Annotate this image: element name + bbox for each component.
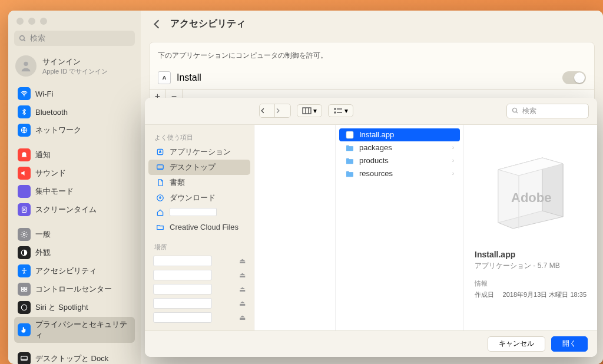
location-row[interactable]: ⏏ [145, 268, 254, 282]
locations-label: 場所 [145, 240, 254, 254]
settings-sidebar: 検索 サインイン Apple ID でサインイン Wi-FiBluetoothネ… [8, 11, 141, 364]
app-icon: A [158, 71, 171, 84]
sidebar-item-label: コントロールセンター [35, 284, 112, 294]
file-row[interactable]: products› [339, 154, 460, 167]
view-options-button[interactable]: ▾ [328, 104, 353, 117]
eject-icon[interactable]: ⏏ [239, 285, 246, 293]
picker-sidebar-item[interactable]: Creative Cloud Files [148, 220, 250, 234]
file-row[interactable]: Install.app [339, 128, 460, 141]
sidebar-item-label: プライバシーとセキュリティ [35, 319, 131, 340]
file-label: Install.app [359, 130, 394, 139]
panel-description: 下のアプリケーションにコンピュータの制御を許可。 [150, 46, 594, 67]
sidebar-item[interactable]: 外観 [14, 244, 135, 262]
cancel-button[interactable]: キャンセル [488, 336, 545, 352]
picker-sidebar-label: ダウンロード [170, 193, 216, 203]
sidebar-item[interactable]: Bluetooth [14, 103, 135, 121]
sidebar-item[interactable]: 集中モード [14, 183, 135, 200]
window-controls[interactable] [14, 15, 135, 31]
search-input[interactable]: 検索 [14, 31, 135, 46]
picker-search-placeholder: 検索 [522, 106, 536, 116]
bt-icon [18, 105, 31, 118]
sidebar-item-label: サウンド [35, 168, 66, 178]
sidebar-item-label: 集中モード [35, 186, 74, 197]
picker-sidebar-item[interactable]: デスクトップ [148, 160, 250, 175]
chevron-down-icon: ▾ [313, 107, 317, 115]
sidebar-item[interactable]: アクセシビリティ [14, 262, 135, 280]
sidebar-item-label: スクリーンタイム [35, 204, 97, 215]
app-icon [345, 130, 354, 140]
eject-icon[interactable]: ⏏ [239, 313, 246, 322]
account-row[interactable]: サインイン Apple ID でサインイン [14, 52, 135, 85]
view-columns-button[interactable]: ▾ [297, 104, 322, 117]
picker-toolbar: ▾ ▾ 検索 [145, 98, 597, 125]
picker-sidebar-item[interactable]: アプリケーション [148, 144, 250, 160]
avatar-icon [15, 55, 37, 77]
sidebar-item[interactable]: 一般 [14, 226, 135, 243]
eject-icon[interactable]: ⏏ [239, 257, 246, 265]
sidebar-item-label: 通知 [35, 150, 51, 160]
search-icon [19, 35, 26, 42]
eject-icon[interactable]: ⏏ [239, 299, 246, 307]
info-label: 情報 [475, 279, 587, 288]
open-button[interactable]: 開く [551, 336, 588, 352]
sidebar-item[interactable]: コントロールセンター [14, 280, 135, 298]
folder-icon [345, 143, 354, 153]
desk-icon [155, 163, 165, 172]
nav-forward-button[interactable] [275, 104, 290, 117]
sidebar-item[interactable]: 通知 [14, 146, 135, 164]
picker-column-2: Install.apppackages›products›resources› [336, 125, 464, 330]
picker-sidebar-item[interactable] [148, 206, 250, 220]
svg-rect-11 [21, 290, 24, 292]
picker-sidebar-item[interactable]: 書類 [148, 175, 250, 190]
account-sub: Apple ID でサインイン [42, 67, 108, 76]
sidebar-item[interactable]: デスクトップと Dock [14, 350, 135, 364]
dock-icon [18, 352, 31, 364]
dl-icon [155, 193, 165, 203]
sidebar-item[interactable]: ネットワーク [14, 121, 135, 139]
permission-toggle[interactable] [562, 71, 586, 84]
file-row[interactable]: packages› [339, 141, 460, 154]
chevron-right-icon: › [452, 170, 454, 177]
globe-icon [18, 124, 31, 137]
back-button[interactable] [151, 19, 162, 29]
sidebar-item[interactable]: スクリーンタイム [14, 201, 135, 219]
page-title: アクセシビリティ [170, 18, 246, 30]
svg-rect-10 [25, 287, 27, 289]
picker-sidebar-label: アプリケーション [170, 147, 231, 157]
preview-filename: Install.app [475, 250, 587, 259]
svg-rect-9 [21, 287, 24, 289]
picker-column-1[interactable] [254, 125, 336, 330]
location-row[interactable]: ⏏ [145, 296, 254, 310]
svg-point-23 [334, 108, 336, 110]
svg-point-6 [23, 233, 25, 236]
home-icon [155, 208, 165, 217]
search-placeholder: 検索 [30, 33, 45, 44]
picker-sidebar-label: デスクトップ [170, 162, 216, 173]
location-row[interactable]: ⏏ [145, 310, 254, 325]
acc-icon [18, 264, 31, 277]
svg-rect-12 [25, 290, 27, 292]
nav-back-button[interactable] [260, 104, 275, 117]
sidebar-item[interactable]: プライバシーとセキュリティ [14, 317, 135, 343]
picker-sidebar-item[interactable]: ダウンロード [148, 190, 250, 206]
picker-search-input[interactable]: 検索 [506, 104, 589, 118]
wifi-icon [18, 87, 31, 100]
sidebar-item[interactable]: Wi-Fi [14, 85, 135, 102]
svg-rect-33 [346, 131, 353, 138]
location-row[interactable]: ⏏ [145, 254, 254, 268]
app-row: A Install [150, 67, 594, 89]
siri-icon [18, 301, 31, 314]
folder-icon [345, 156, 354, 166]
sidebar-item[interactable]: Siri と Spotlight [14, 299, 135, 316]
chevron-down-icon: ▾ [344, 107, 348, 115]
sidebar-item-label: 外観 [35, 247, 51, 258]
file-row[interactable]: resources› [339, 167, 460, 180]
picker-sidebar-label: 書類 [170, 177, 185, 188]
preview-description: アプリケーション - 5.7 MB [475, 261, 587, 271]
svg-point-25 [334, 112, 336, 113]
svg-point-3 [24, 95, 25, 97]
eject-icon[interactable]: ⏏ [239, 271, 246, 279]
sidebar-item[interactable]: サウンド [14, 164, 135, 182]
location-row[interactable]: ⏏ [145, 282, 254, 296]
favorites-label: よく使う項目 [145, 131, 254, 144]
